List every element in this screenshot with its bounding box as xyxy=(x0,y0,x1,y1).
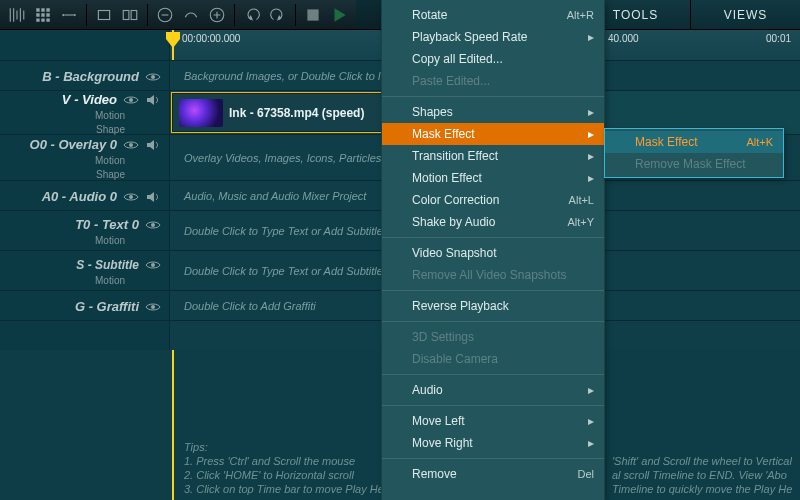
svg-point-10 xyxy=(129,143,133,147)
svg-point-8 xyxy=(151,75,155,79)
svg-point-13 xyxy=(151,263,155,267)
menu-3d-settings: 3D Settings xyxy=(382,326,604,348)
chevron-right-icon: ▸ xyxy=(588,383,594,397)
clip-label: Ink - 67358.mp4 (speed) xyxy=(229,106,364,120)
menu-playback-speed[interactable]: Playback Speed Rate▸ xyxy=(382,26,604,48)
undo-icon[interactable] xyxy=(241,4,263,26)
ruler-left-gutter xyxy=(0,30,170,60)
svg-point-14 xyxy=(151,305,155,309)
menu-remove[interactable]: RemoveDel xyxy=(382,463,604,485)
menu-mask-effect[interactable]: Mask Effect▸ xyxy=(382,123,604,145)
svg-rect-3 xyxy=(123,10,129,19)
clip-thumb xyxy=(179,99,223,127)
track-sub: Motion xyxy=(10,235,161,247)
submenu-mask-effect[interactable]: Mask EffectAlt+K xyxy=(605,131,783,153)
tool-expand-icon[interactable] xyxy=(58,4,80,26)
playhead-handle[interactable] xyxy=(163,30,183,50)
svg-point-12 xyxy=(151,223,155,227)
chevron-right-icon: ▸ xyxy=(588,105,594,119)
menu-color-correction[interactable]: Color CorrectionAlt+L xyxy=(382,189,604,211)
tips-block-right: 'Shift' and Scroll the wheel to Vertical… xyxy=(612,440,796,496)
zoom-out-icon[interactable] xyxy=(154,4,176,26)
chevron-right-icon: ▸ xyxy=(588,436,594,450)
track-sub: Shape xyxy=(10,124,161,136)
fit-icon[interactable] xyxy=(180,4,202,26)
track-hint: Double Click to Type Text or Add Subtitl… xyxy=(184,225,383,237)
ruler-tick: 00:00:00.000 xyxy=(182,33,240,44)
track-name-text: T0 - Text 0 xyxy=(10,217,139,232)
submenu-remove-mask: Remove Mask Effect xyxy=(605,153,783,175)
menu-shake-by-audio[interactable]: Shake by AudioAlt+Y xyxy=(382,211,604,233)
mask-effect-submenu: Mask EffectAlt+K Remove Mask Effect xyxy=(604,128,784,178)
menu-separator xyxy=(382,237,604,238)
menu-separator xyxy=(382,96,604,97)
zoom-in-icon[interactable] xyxy=(206,4,228,26)
chevron-right-icon: ▸ xyxy=(588,127,594,141)
svg-point-9 xyxy=(129,98,133,102)
track-name-graffiti: G - Graffiti xyxy=(10,299,139,314)
ruler-tick: 00:01 xyxy=(766,33,791,44)
tool-icon-1[interactable] xyxy=(6,4,28,26)
menu-shapes[interactable]: Shapes▸ xyxy=(382,101,604,123)
views-tab[interactable]: VIEWS xyxy=(690,0,800,29)
ruler-tick: 40.000 xyxy=(608,33,639,44)
chevron-right-icon: ▸ xyxy=(588,149,594,163)
track-name-video: V - Video xyxy=(10,92,117,107)
track-sub: Shape xyxy=(10,169,161,181)
menu-separator xyxy=(382,458,604,459)
track-sub: Motion xyxy=(10,275,161,287)
redo-icon[interactable] xyxy=(267,4,289,26)
tool-rect-icon[interactable] xyxy=(93,4,115,26)
chevron-right-icon: ▸ xyxy=(588,171,594,185)
svg-point-1 xyxy=(74,13,76,15)
svg-rect-7 xyxy=(307,9,318,20)
menu-move-right[interactable]: Move Right▸ xyxy=(382,432,604,454)
speaker-icon[interactable] xyxy=(145,137,161,153)
menu-reverse-playback[interactable]: Reverse Playback xyxy=(382,295,604,317)
chevron-right-icon: ▸ xyxy=(588,30,594,44)
menu-motion-effect[interactable]: Motion Effect▸ xyxy=(382,167,604,189)
eye-icon[interactable] xyxy=(145,257,161,273)
menu-audio[interactable]: Audio▸ xyxy=(382,379,604,401)
context-menu: RotateAlt+R Playback Speed Rate▸ Copy al… xyxy=(381,0,605,500)
play-icon[interactable] xyxy=(328,4,350,26)
menu-transition-effect[interactable]: Transition Effect▸ xyxy=(382,145,604,167)
eye-icon[interactable] xyxy=(123,189,139,205)
track-hint: Double Click to Type Text or Add Subtitl… xyxy=(184,265,383,277)
track-sub: Motion xyxy=(10,155,161,167)
tool-grid-icon[interactable] xyxy=(32,4,54,26)
menu-separator xyxy=(382,405,604,406)
menu-copy-all-edited[interactable]: Copy all Edited... xyxy=(382,48,604,70)
svg-rect-4 xyxy=(131,10,137,19)
tips-block: Tips: 1. Press 'Ctrl' and Scroll the mou… xyxy=(184,440,396,496)
eye-icon[interactable] xyxy=(145,217,161,233)
menu-remove-snapshots: Remove All Video Snapshots xyxy=(382,264,604,286)
menu-separator xyxy=(382,374,604,375)
eye-icon[interactable] xyxy=(123,92,139,108)
track-name-bg: B - Background xyxy=(10,69,139,84)
speaker-icon[interactable] xyxy=(145,189,161,205)
stop-icon[interactable] xyxy=(302,4,324,26)
svg-rect-2 xyxy=(98,10,109,19)
menu-video-snapshot[interactable]: Video Snapshot xyxy=(382,242,604,264)
speaker-icon[interactable] xyxy=(145,92,161,108)
track-hint: Background Images, or Double Click to In… xyxy=(184,70,405,82)
track-name-audio: A0 - Audio 0 xyxy=(10,189,117,204)
svg-point-0 xyxy=(62,13,64,15)
track-hint: Audio, Music and Audio Mixer Project xyxy=(184,190,366,202)
chevron-right-icon: ▸ xyxy=(588,414,594,428)
track-sub: Motion xyxy=(10,110,161,122)
menu-move-left[interactable]: Move Left▸ xyxy=(382,410,604,432)
eye-icon[interactable] xyxy=(123,137,139,153)
menu-separator xyxy=(382,321,604,322)
menu-paste-edited: Paste Edited... xyxy=(382,70,604,92)
eye-icon[interactable] xyxy=(145,69,161,85)
menu-disable-camera: Disable Camera xyxy=(382,348,604,370)
eye-icon[interactable] xyxy=(145,299,161,315)
menu-rotate[interactable]: RotateAlt+R xyxy=(382,4,604,26)
menu-separator xyxy=(382,290,604,291)
svg-point-11 xyxy=(129,195,133,199)
track-name-overlay: O0 - Overlay 0 xyxy=(10,137,117,152)
track-hint: Overlay Videos, Images, Icons, Particles xyxy=(184,152,381,164)
tool-split-icon[interactable] xyxy=(119,4,141,26)
